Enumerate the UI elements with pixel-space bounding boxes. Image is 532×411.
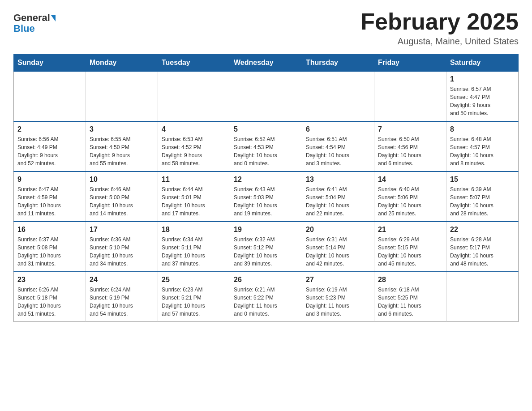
calendar-cell: 24Sunrise: 6:24 AM Sunset: 5:19 PM Dayli… bbox=[86, 272, 158, 322]
day-number: 1 bbox=[450, 75, 515, 83]
day-number: 13 bbox=[306, 176, 370, 184]
day-number: 10 bbox=[90, 176, 154, 184]
day-info: Sunrise: 6:56 AM Sunset: 4:49 PM Dayligh… bbox=[17, 135, 82, 167]
calendar-cell: 19Sunrise: 6:32 AM Sunset: 5:12 PM Dayli… bbox=[230, 222, 302, 272]
calendar-header: SundayMondayTuesdayWednesdayThursdayFrid… bbox=[14, 54, 519, 72]
day-info: Sunrise: 6:39 AM Sunset: 5:07 PM Dayligh… bbox=[450, 185, 515, 218]
calendar-cell: 1Sunrise: 6:57 AM Sunset: 4:47 PM Daylig… bbox=[446, 72, 519, 122]
day-info: Sunrise: 6:53 AM Sunset: 4:52 PM Dayligh… bbox=[162, 135, 226, 167]
calendar-cell: 2Sunrise: 6:56 AM Sunset: 4:49 PM Daylig… bbox=[14, 121, 86, 171]
calendar-cell: 12Sunrise: 6:43 AM Sunset: 5:03 PM Dayli… bbox=[230, 171, 302, 222]
calendar-cell: 4Sunrise: 6:53 AM Sunset: 4:52 PM Daylig… bbox=[158, 121, 230, 171]
week-row-2: 2Sunrise: 6:56 AM Sunset: 4:49 PM Daylig… bbox=[14, 121, 519, 171]
calendar-cell bbox=[158, 72, 230, 122]
calendar-cell: 3Sunrise: 6:55 AM Sunset: 4:50 PM Daylig… bbox=[86, 121, 158, 171]
calendar-cell: 6Sunrise: 6:51 AM Sunset: 4:54 PM Daylig… bbox=[302, 121, 374, 171]
calendar-cell: 5Sunrise: 6:52 AM Sunset: 4:53 PM Daylig… bbox=[230, 121, 302, 171]
day-number: 25 bbox=[162, 276, 226, 284]
calendar-cell: 15Sunrise: 6:39 AM Sunset: 5:07 PM Dayli… bbox=[446, 171, 519, 222]
day-info: Sunrise: 6:57 AM Sunset: 4:47 PM Dayligh… bbox=[450, 85, 515, 117]
calendar-cell: 11Sunrise: 6:44 AM Sunset: 5:01 PM Dayli… bbox=[158, 171, 230, 222]
calendar-cell: 28Sunrise: 6:18 AM Sunset: 5:25 PM Dayli… bbox=[374, 272, 446, 322]
day-header-tuesday: Tuesday bbox=[158, 54, 230, 72]
calendar-cell bbox=[86, 72, 158, 122]
calendar-cell bbox=[446, 272, 519, 322]
day-info: Sunrise: 6:18 AM Sunset: 5:25 PM Dayligh… bbox=[378, 286, 442, 318]
day-info: Sunrise: 6:44 AM Sunset: 5:01 PM Dayligh… bbox=[162, 185, 226, 218]
day-info: Sunrise: 6:52 AM Sunset: 4:53 PM Dayligh… bbox=[234, 135, 298, 167]
day-info: Sunrise: 6:29 AM Sunset: 5:15 PM Dayligh… bbox=[378, 235, 442, 268]
day-number: 11 bbox=[162, 176, 226, 184]
day-header-thursday: Thursday bbox=[302, 54, 374, 72]
calendar-cell: 7Sunrise: 6:50 AM Sunset: 4:56 PM Daylig… bbox=[374, 121, 446, 171]
calendar-cell: 23Sunrise: 6:26 AM Sunset: 5:18 PM Dayli… bbox=[14, 272, 86, 322]
day-header-wednesday: Wednesday bbox=[230, 54, 302, 72]
day-info: Sunrise: 6:46 AM Sunset: 5:00 PM Dayligh… bbox=[90, 185, 154, 218]
day-header-saturday: Saturday bbox=[446, 54, 519, 72]
title-block: February 2025 Augusta, Maine, United Sta… bbox=[360, 9, 519, 47]
day-info: Sunrise: 6:48 AM Sunset: 4:57 PM Dayligh… bbox=[450, 135, 515, 167]
calendar-table: SundayMondayTuesdayWednesdayThursdayFrid… bbox=[13, 54, 519, 322]
day-number: 20 bbox=[306, 226, 370, 234]
day-number: 8 bbox=[450, 125, 515, 133]
day-number: 19 bbox=[234, 226, 298, 234]
calendar-cell: 13Sunrise: 6:41 AM Sunset: 5:04 PM Dayli… bbox=[302, 171, 374, 222]
day-number: 4 bbox=[162, 125, 226, 133]
calendar-title: February 2025 bbox=[360, 9, 519, 34]
day-info: Sunrise: 6:40 AM Sunset: 5:06 PM Dayligh… bbox=[378, 185, 442, 218]
day-number: 3 bbox=[90, 125, 154, 133]
day-info: Sunrise: 6:24 AM Sunset: 5:19 PM Dayligh… bbox=[90, 286, 154, 318]
calendar-cell bbox=[302, 72, 374, 122]
logo-blue-text: Blue bbox=[13, 23, 35, 34]
week-row-1: 1Sunrise: 6:57 AM Sunset: 4:47 PM Daylig… bbox=[14, 72, 519, 122]
week-row-3: 9Sunrise: 6:47 AM Sunset: 4:59 PM Daylig… bbox=[14, 171, 519, 222]
day-number: 5 bbox=[234, 125, 298, 133]
calendar-cell: 9Sunrise: 6:47 AM Sunset: 4:59 PM Daylig… bbox=[14, 171, 86, 222]
day-info: Sunrise: 6:37 AM Sunset: 5:08 PM Dayligh… bbox=[17, 235, 82, 268]
calendar-cell: 21Sunrise: 6:29 AM Sunset: 5:15 PM Dayli… bbox=[374, 222, 446, 272]
header-row: SundayMondayTuesdayWednesdayThursdayFrid… bbox=[14, 54, 519, 72]
day-number: 6 bbox=[306, 125, 370, 133]
day-number: 23 bbox=[17, 276, 82, 284]
day-info: Sunrise: 6:36 AM Sunset: 5:10 PM Dayligh… bbox=[90, 235, 154, 268]
day-number: 15 bbox=[450, 176, 515, 184]
week-row-4: 16Sunrise: 6:37 AM Sunset: 5:08 PM Dayli… bbox=[14, 222, 519, 272]
day-number: 18 bbox=[162, 226, 226, 234]
day-number: 24 bbox=[90, 276, 154, 284]
day-number: 22 bbox=[450, 226, 515, 234]
day-info: Sunrise: 6:28 AM Sunset: 5:17 PM Dayligh… bbox=[450, 235, 515, 268]
day-header-sunday: Sunday bbox=[14, 54, 86, 72]
calendar-cell: 16Sunrise: 6:37 AM Sunset: 5:08 PM Dayli… bbox=[14, 222, 86, 272]
week-row-5: 23Sunrise: 6:26 AM Sunset: 5:18 PM Dayli… bbox=[14, 272, 519, 322]
day-info: Sunrise: 6:21 AM Sunset: 5:22 PM Dayligh… bbox=[234, 286, 298, 318]
page-header: General Blue February 2025 Augusta, Main… bbox=[13, 9, 519, 47]
day-header-friday: Friday bbox=[374, 54, 446, 72]
calendar-subtitle: Augusta, Maine, United States bbox=[360, 36, 519, 47]
calendar-cell bbox=[230, 72, 302, 122]
day-number: 21 bbox=[378, 226, 442, 234]
day-info: Sunrise: 6:23 AM Sunset: 5:21 PM Dayligh… bbox=[162, 286, 226, 318]
calendar-cell: 10Sunrise: 6:46 AM Sunset: 5:00 PM Dayli… bbox=[86, 171, 158, 222]
calendar-cell bbox=[14, 72, 86, 122]
day-number: 14 bbox=[378, 176, 442, 184]
logo-arrow-icon bbox=[51, 15, 56, 21]
day-number: 16 bbox=[17, 226, 82, 234]
calendar-cell: 25Sunrise: 6:23 AM Sunset: 5:21 PM Dayli… bbox=[158, 272, 230, 322]
calendar-cell: 18Sunrise: 6:34 AM Sunset: 5:11 PM Dayli… bbox=[158, 222, 230, 272]
day-info: Sunrise: 6:47 AM Sunset: 4:59 PM Dayligh… bbox=[17, 185, 82, 218]
calendar-cell: 17Sunrise: 6:36 AM Sunset: 5:10 PM Dayli… bbox=[86, 222, 158, 272]
day-header-monday: Monday bbox=[86, 54, 158, 72]
calendar-cell: 22Sunrise: 6:28 AM Sunset: 5:17 PM Dayli… bbox=[446, 222, 519, 272]
day-info: Sunrise: 6:32 AM Sunset: 5:12 PM Dayligh… bbox=[234, 235, 298, 268]
calendar-cell bbox=[374, 72, 446, 122]
day-info: Sunrise: 6:51 AM Sunset: 4:54 PM Dayligh… bbox=[306, 135, 370, 167]
calendar-cell: 27Sunrise: 6:19 AM Sunset: 5:23 PM Dayli… bbox=[302, 272, 374, 322]
day-info: Sunrise: 6:55 AM Sunset: 4:50 PM Dayligh… bbox=[90, 135, 154, 167]
calendar-cell: 14Sunrise: 6:40 AM Sunset: 5:06 PM Dayli… bbox=[374, 171, 446, 222]
day-info: Sunrise: 6:31 AM Sunset: 5:14 PM Dayligh… bbox=[306, 235, 370, 268]
day-number: 26 bbox=[234, 276, 298, 284]
day-number: 2 bbox=[17, 125, 82, 133]
day-number: 17 bbox=[90, 226, 154, 234]
day-number: 12 bbox=[234, 176, 298, 184]
day-info: Sunrise: 6:41 AM Sunset: 5:04 PM Dayligh… bbox=[306, 185, 370, 218]
